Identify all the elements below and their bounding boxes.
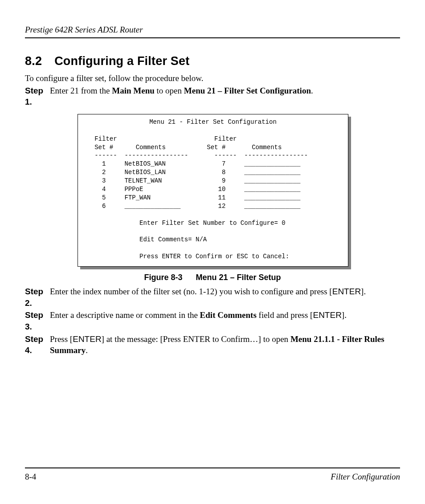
- step-label: Step 4.: [25, 333, 50, 356]
- terminal-content: Menu 21 - Filter Set Configuration Filte…: [78, 114, 348, 267]
- step-label: Step 2.: [25, 286, 50, 309]
- step-body: Enter the index number of the filter set…: [50, 286, 400, 309]
- footer-rule: [25, 467, 400, 468]
- section-title: Configuring a Filter Set: [54, 54, 189, 68]
- step-label: Step 3.: [25, 309, 50, 332]
- running-header: Prestige 642R Series ADSL Router: [25, 25, 400, 35]
- step-3: Step 3. Enter a descriptive name or comm…: [25, 309, 400, 332]
- section-heading: 8.2Configuring a Filter Set: [25, 54, 400, 68]
- terminal-box: Menu 21 - Filter Set Configuration Filte…: [78, 114, 348, 267]
- step-4: Step 4. Press [ENTER] at the message: [P…: [25, 333, 400, 356]
- section-number: 8.2: [25, 54, 42, 68]
- step-1: Step 1. Enter 21 from the Main Menu to o…: [25, 85, 400, 108]
- step-2: Step 2. Enter the index number of the fi…: [25, 286, 400, 309]
- page-number: 8-4: [25, 472, 36, 482]
- intro-text: To configure a filter set, follow the pr…: [25, 73, 400, 84]
- step-body: Enter a descriptive name or comment in t…: [50, 309, 400, 332]
- step-body: Enter 21 from the Main Menu to open Menu…: [50, 85, 400, 108]
- step-label: Step 1.: [25, 85, 50, 108]
- menu-title: Menu 21 - Filter Set Configuration: [83, 118, 343, 126]
- page-footer: 8-4 Filter Configuration: [25, 467, 400, 482]
- step-body: Press [ENTER] at the message: [Press ENT…: [50, 333, 400, 356]
- figure-caption: Figure 8-3 Menu 21 – Filter Setup: [25, 273, 400, 282]
- footer-section: Filter Configuration: [331, 472, 400, 482]
- header-rule: [25, 37, 400, 38]
